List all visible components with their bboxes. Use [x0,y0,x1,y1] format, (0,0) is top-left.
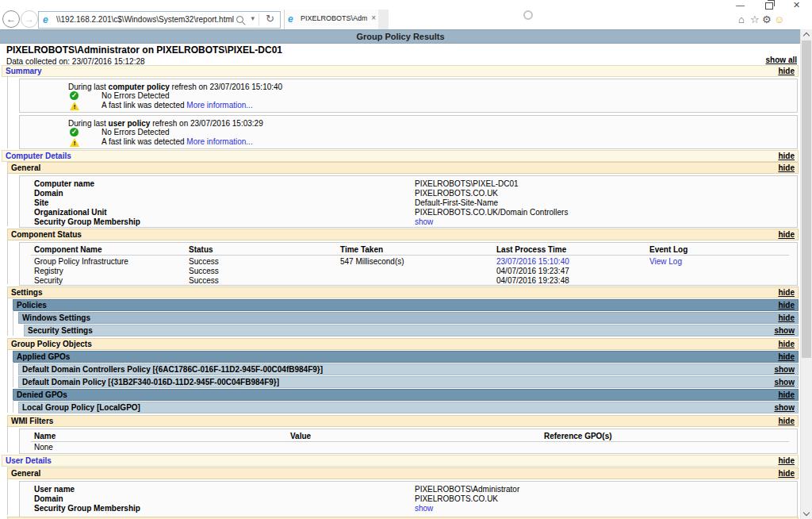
column-header: Name [34,432,56,440]
wmi-hide-link[interactable]: hide [778,416,795,426]
tab-close-icon[interactable]: × [371,13,376,22]
section-computer-details: hide Computer Details [2,150,799,162]
section-component-status: hide Component Status [7,229,799,240]
warning-icon: ! [70,138,79,147]
gpo-title: Group Policy Objects [11,340,92,348]
component-status: Success [189,267,219,275]
indent-guide [13,400,13,413]
computer-details-title: Computer Details [6,152,71,160]
success-icon: ✓ [70,128,79,136]
section-user-details: hide User Details [2,455,799,467]
security-settings-show-link[interactable]: show [774,325,795,336]
header-underline [31,255,789,256]
section-user-general: hide General [7,467,799,479]
row-label: Domain [34,494,63,503]
url-text[interactable]: \\192.168.2.201\c$\Windows\System32\repo… [56,15,234,24]
windows-settings-hide-link[interactable]: hide [778,313,795,323]
section-windows-settings: hide Windows Settings [18,312,799,324]
vertical-scrollbar[interactable] [800,29,812,519]
denied-gpos-title: Denied GPOs [17,390,67,399]
summary-line: During last user policy refresh on 23/07… [68,119,263,128]
user-general-title: General [11,469,40,478]
gpo-hide-link[interactable]: hide [778,339,795,349]
new-tab-button[interactable] [378,10,389,29]
general-hide-link[interactable]: hide [778,163,795,173]
applied-gpos-hide-link[interactable]: hide [778,352,795,362]
section-general: hide General [7,162,799,174]
gpo-item: show Local Group Policy [LocalGPO] [18,402,799,413]
section-wmi-filters: hide WMI Filters [7,415,799,427]
home-icon[interactable]: ⌂ [738,14,745,25]
scroll-up-button[interactable] [801,29,812,40]
component-status: Success [189,276,219,285]
indent-guide [13,310,13,336]
summary-hide-link[interactable]: hide [778,66,795,76]
chevron-down-icon[interactable]: ▾ [251,14,255,22]
general-title: General [11,163,40,172]
row-label: Computer name [34,179,94,188]
user-details-title: User Details [6,456,52,465]
security-group-show-link[interactable]: show [415,217,433,226]
scroll-down-button[interactable] [801,508,812,519]
gpo-show-link[interactable]: show [774,377,795,387]
row-label: Security Group Membership [34,504,140,513]
summary-title: Summary [6,67,42,75]
applied-gpos-title: Applied GPOs [17,352,70,361]
indent-guide [7,426,8,452]
component-name: Group Policy Infrastructure [34,257,128,266]
settings-hide-link[interactable]: hide [778,287,795,298]
smiley-feedback-icon[interactable]: ☺ [774,14,784,25]
section-applied-gpos: hide Applied GPOs [13,351,799,363]
favorites-star-icon[interactable]: ☆ [750,14,760,25]
wmi-none: None [34,443,53,452]
page-title: Group Policy Results [0,29,801,44]
tab-title: PIXELROBOTS\Administrator ... [301,14,367,22]
user-general-hide-link[interactable]: hide [778,468,795,479]
security-group-show-link[interactable]: show [415,504,433,513]
refresh-icon[interactable]: ↻ [266,13,274,25]
browser-tab[interactable]: e PIXELROBOTS\Administrator ... × [284,10,379,29]
row-value: PIXELROBOTS\Administrator [415,485,519,494]
security-settings-title: Security Settings [28,326,93,335]
summary-line: During last computer policy refresh on 2… [68,83,282,91]
ie-tab-icon: e [288,13,293,25]
minimize-button[interactable]: — [736,0,745,10]
cursor-indicator [523,10,533,20]
ie-page-icon: e [43,14,48,25]
row-value: Default-First-Site-Name [415,198,498,207]
computer-details-hide-link[interactable]: hide [778,151,795,161]
summary-computer-policy-box: During last computer policy refresh on 2… [19,79,798,113]
fast-link-text: A fast link was detected More informatio… [102,137,253,146]
no-errors-text: No Errors Detected [102,128,170,136]
row-value: PIXELROBOTS.CO.UK/Domain Controllers [415,208,568,217]
component-time: 547 Millisecond(s) [340,257,404,266]
last-process-time-link[interactable]: 23/07/2016 15:10:40 [496,257,569,266]
gpo-show-link[interactable]: show [774,364,795,375]
gear-icon[interactable]: ⚙ [762,14,772,25]
column-header: Value [290,432,311,440]
section-policies: hide Policies [13,299,799,311]
policies-hide-link[interactable]: hide [778,300,795,310]
search-icon[interactable] [236,16,243,23]
scrollbar-thumb[interactable] [802,40,811,358]
back-button[interactable]: ← [2,10,20,28]
more-information-link[interactable]: More information... [186,101,252,110]
close-window-button[interactable]: ✕ [793,0,800,10]
user-details-hide-link[interactable]: hide [778,456,795,466]
show-all-link[interactable]: show all [766,56,797,64]
address-bar[interactable]: e \\192.168.2.201\c$\Windows\System32\re… [38,11,281,29]
gpo-item-name: Local Group Policy [LocalGPO] [22,403,140,412]
view-log-link[interactable]: View Log [649,257,682,266]
indent-guide [7,240,8,284]
indent-guide [13,362,13,387]
gpo-item: show Default Domain Controllers Policy [… [18,363,799,375]
component-status-title: Component Status [11,230,82,239]
more-information-link[interactable]: More information... [186,137,252,146]
component-status-hide-link[interactable]: hide [778,229,795,240]
denied-gpos-hide-link[interactable]: hide [778,390,795,400]
restore-icon [765,2,773,10]
gpo-show-link[interactable]: show [774,402,795,413]
forward-button[interactable]: → [21,10,38,28]
chevron-down-icon [803,509,810,516]
windows-settings-title: Windows Settings [22,313,90,322]
